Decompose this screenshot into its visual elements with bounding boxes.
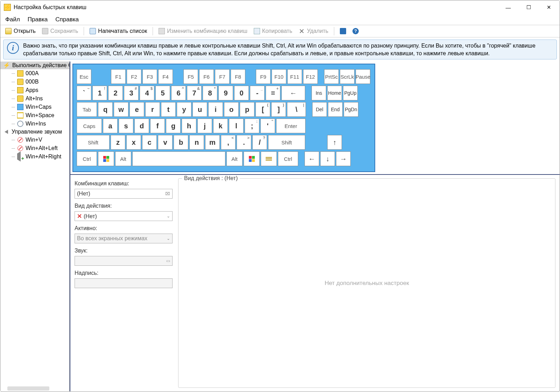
change-combo-button[interactable]: Изменить комбинацию клавиш xyxy=(156,27,250,35)
key-0[interactable]: 0 xyxy=(234,86,249,100)
key-f12[interactable]: F12 xyxy=(303,69,318,84)
key-r[interactable]: r xyxy=(145,102,160,117)
key-bracket[interactable]: ]} xyxy=(271,102,286,117)
key-f7[interactable]: F7 xyxy=(215,69,230,84)
key-win-right[interactable] xyxy=(244,151,260,166)
minimize-button[interactable]: — xyxy=(498,1,518,14)
key-z[interactable]: z xyxy=(111,135,125,150)
close-button[interactable]: ✕ xyxy=(539,1,559,14)
tree-item[interactable]: 000B xyxy=(0,78,69,86)
key-f2[interactable]: F2 xyxy=(127,69,141,84)
key-8[interactable]: 8* xyxy=(203,86,217,100)
key-f11[interactable]: F11 xyxy=(287,69,302,84)
key-pgdn[interactable]: PgDn xyxy=(344,102,358,117)
key-prtsc[interactable]: PrtSc xyxy=(324,69,339,84)
key-arrow-down[interactable]: ↓ xyxy=(320,151,335,166)
key-bracket[interactable]: [{ xyxy=(255,102,270,117)
key--[interactable]: -_ xyxy=(250,86,265,100)
key-k[interactable]: k xyxy=(213,119,228,133)
key-space[interactable] xyxy=(132,151,225,166)
key-4[interactable]: 4$ xyxy=(140,86,154,100)
open-button[interactable]: Открыть xyxy=(3,27,38,35)
tree-group-actions[interactable]: ⚡ Выполнить действие C xyxy=(0,62,69,69)
tree-item[interactable]: 000A xyxy=(0,69,69,78)
save-button[interactable]: Сохранить xyxy=(40,27,80,35)
key-h[interactable]: h xyxy=(182,119,196,133)
key-d[interactable]: d xyxy=(134,119,149,133)
tree-item[interactable]: Win+Caps xyxy=(0,103,69,111)
tree-item[interactable]: Win+Space xyxy=(0,111,69,120)
key-shift-right[interactable]: Shift xyxy=(268,135,305,150)
key-p[interactable]: p xyxy=(240,102,254,117)
key-enter[interactable]: Enter xyxy=(276,119,306,133)
key-arrow-up[interactable]: ↑ xyxy=(327,135,342,150)
key-2[interactable]: 2 xyxy=(108,86,123,100)
key-f8[interactable]: F8 xyxy=(231,69,245,84)
key-t[interactable]: t xyxy=(161,102,176,117)
key-s[interactable]: s xyxy=(119,119,133,133)
tree-item[interactable]: Apps xyxy=(0,86,69,94)
key-f6[interactable]: F6 xyxy=(199,69,214,84)
key-f9[interactable]: F9 xyxy=(256,69,271,84)
key-f4[interactable]: F4 xyxy=(158,69,173,84)
key-win-left[interactable] xyxy=(98,151,114,166)
key-b[interactable]: b xyxy=(174,135,188,150)
tree-item[interactable]: Win+Ins xyxy=(0,120,69,128)
key-l[interactable]: l xyxy=(229,119,244,133)
key-=[interactable]: =+ xyxy=(266,86,280,100)
tree-item[interactable]: Win+V xyxy=(0,136,69,144)
key-'[interactable]: '" xyxy=(260,119,275,133)
key-;[interactable]: ;: xyxy=(245,119,259,133)
key-n[interactable]: n xyxy=(189,135,204,150)
key-.[interactable]: .> xyxy=(237,135,251,150)
key-i[interactable]: i xyxy=(208,102,223,117)
key-g[interactable]: g xyxy=(166,119,181,133)
key-x[interactable]: x xyxy=(126,135,141,150)
key-ctrl-right[interactable]: Ctrl xyxy=(278,151,298,166)
key-q[interactable]: q xyxy=(98,102,113,117)
key-shift-left[interactable]: Shift xyxy=(77,135,110,150)
key-f[interactable]: f xyxy=(150,119,165,133)
tree-item[interactable]: Alt+Ins xyxy=(0,94,69,103)
key-6[interactable]: 6^ xyxy=(171,86,186,100)
action-select[interactable]: ✕(Нет)⌄ xyxy=(75,211,173,221)
key-1[interactable]: 1! xyxy=(92,86,107,100)
menu-help[interactable]: Справка xyxy=(55,16,79,23)
key-5[interactable]: 5 xyxy=(155,86,170,100)
key-c[interactable]: c xyxy=(142,135,157,150)
key-7[interactable]: 7& xyxy=(187,86,202,100)
key-esc[interactable]: Esc xyxy=(77,69,91,84)
key-a[interactable]: a xyxy=(103,119,118,133)
key-y[interactable]: y xyxy=(177,102,191,117)
menu-edit[interactable]: Правка xyxy=(28,16,48,23)
key-f5[interactable]: F5 xyxy=(183,69,198,84)
key-arrow-right[interactable]: → xyxy=(336,151,351,166)
key-f3[interactable]: F3 xyxy=(142,69,157,84)
key-alt-right[interactable]: Alt xyxy=(226,151,243,166)
combo-input[interactable]: (Нет)⌧ xyxy=(75,189,173,199)
delete-button[interactable]: Удалить xyxy=(296,27,330,35)
clear-icon[interactable]: ⌧ xyxy=(165,191,170,196)
key-f10[interactable]: F10 xyxy=(272,69,286,84)
key-o[interactable]: o xyxy=(224,102,239,117)
key-9[interactable]: 9 xyxy=(218,86,233,100)
key-u[interactable]: u xyxy=(192,102,207,117)
key-,[interactable]: ,< xyxy=(221,135,236,150)
key-pgup[interactable]: PgUp xyxy=(343,86,358,100)
key-home[interactable]: Home xyxy=(327,86,342,100)
key-←[interactable]: ← xyxy=(281,86,305,100)
key-j[interactable]: j xyxy=(197,119,212,133)
key-del[interactable]: Del xyxy=(312,102,327,117)
print-button[interactable]: Напечатать список xyxy=(88,27,149,35)
key-f1[interactable]: F1 xyxy=(111,69,126,84)
menu-file[interactable]: Файл xyxy=(5,16,20,23)
key-arrow-left[interactable]: ← xyxy=(304,151,319,166)
key-e[interactable]: e xyxy=(130,102,144,117)
tree-item[interactable]: Win+Alt+Left xyxy=(0,144,69,152)
key-m[interactable]: m xyxy=(205,135,220,150)
key-ctrl-left[interactable]: Ctrl xyxy=(77,151,97,166)
key-scrlk[interactable]: ScrLk xyxy=(340,69,355,84)
key-alt-left[interactable]: Alt xyxy=(115,151,131,166)
scrollbar[interactable] xyxy=(7,386,49,391)
key-menu[interactable] xyxy=(261,151,277,166)
